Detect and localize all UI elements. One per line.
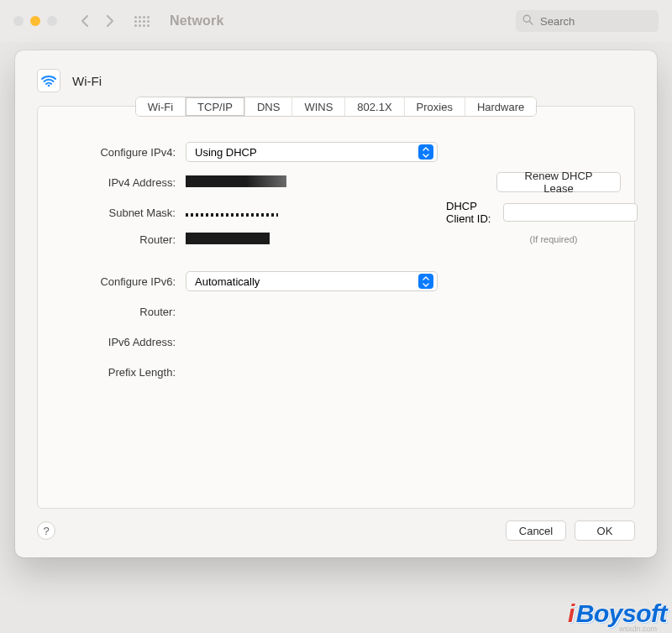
help-button[interactable]: ? (37, 521, 55, 540)
label-configure-ipv4: Configure IPv4: (51, 146, 177, 159)
label-ipv6-router: Router: (51, 306, 177, 318)
ok-button[interactable]: OK (575, 521, 635, 541)
renew-dhcp-button[interactable]: Renew DHCP Lease (496, 172, 621, 192)
watermark-i: i (568, 599, 575, 628)
search-field[interactable] (516, 10, 659, 32)
segmented-control: Wi-Fi TCP/IP DNS WINS 802.1X Proxies Har… (135, 97, 538, 117)
value-subnet-mask (186, 207, 438, 219)
search-icon (522, 14, 533, 28)
sheet-header: Wi-Fi (37, 69, 635, 92)
svg-line-1 (529, 21, 533, 24)
minimize-dot[interactable] (30, 16, 40, 26)
dhcp-client-id-field[interactable] (503, 203, 638, 222)
sheet-title: Wi-Fi (72, 74, 102, 88)
forward-icon[interactable] (105, 14, 114, 28)
tab-wifi[interactable]: Wi-Fi (136, 97, 186, 116)
tab-bar: Wi-Fi TCP/IP DNS WINS 802.1X Proxies Har… (48, 97, 624, 117)
label-ipv4-router: Router: (51, 233, 177, 246)
tab-panel: Wi-Fi TCP/IP DNS WINS 802.1X Proxies Har… (37, 106, 635, 509)
tab-proxies[interactable]: Proxies (405, 97, 465, 116)
form-area: Configure IPv4: Using DHCP IPv4 Address:… (48, 132, 624, 392)
select-configure-ipv6[interactable]: Automatically (186, 271, 438, 291)
tab-hardware[interactable]: Hardware (465, 97, 536, 116)
wifi-icon (37, 69, 60, 92)
select-configure-ipv6-value: Automatically (195, 275, 260, 288)
tab-8021x[interactable]: 802.1X (345, 97, 404, 116)
nav-arrows (81, 14, 114, 28)
select-configure-ipv4[interactable]: Using DHCP (186, 142, 438, 162)
tab-wins[interactable]: WINS (292, 97, 345, 116)
dhcp-hint: (If required) (486, 234, 621, 244)
zoom-dot[interactable] (47, 16, 57, 26)
label-prefix-length: Prefix Length: (51, 366, 177, 379)
tab-tcpip[interactable]: TCP/IP (186, 97, 245, 116)
apps-grid-icon[interactable] (134, 16, 150, 27)
back-icon[interactable] (81, 14, 90, 28)
cancel-button[interactable]: Cancel (506, 521, 566, 541)
window-titlebar: Network (0, 0, 672, 42)
watermark-site: wsxdn.com (619, 625, 657, 633)
label-subnet-mask: Subnet Mask: (51, 207, 177, 219)
watermark-rest: Boysoft (576, 599, 667, 628)
chevron-updown-icon (418, 144, 433, 160)
svg-point-2 (48, 85, 50, 87)
settings-sheet: Wi-Fi Wi-Fi TCP/IP DNS WINS 802.1X Proxi… (15, 50, 657, 557)
label-ipv6-address: IPv6 Address: (51, 336, 177, 348)
close-dot[interactable] (13, 16, 24, 26)
value-ipv4-address (186, 175, 438, 190)
search-input[interactable] (538, 14, 652, 29)
tab-dns[interactable]: DNS (245, 97, 292, 116)
window-controls (13, 16, 57, 26)
window-title: Network (170, 13, 224, 29)
chevron-updown-icon (418, 274, 433, 289)
label-ipv4-address: IPv4 Address: (51, 176, 177, 189)
select-configure-ipv4-value: Using DHCP (195, 146, 257, 159)
sheet-footer: ? Cancel OK (37, 509, 635, 541)
label-dhcp-client-id: DHCP Client ID: (446, 200, 496, 225)
label-configure-ipv6: Configure IPv6: (51, 275, 177, 288)
value-ipv4-router (186, 233, 438, 247)
watermark-logo: iBoysoft (568, 599, 667, 628)
